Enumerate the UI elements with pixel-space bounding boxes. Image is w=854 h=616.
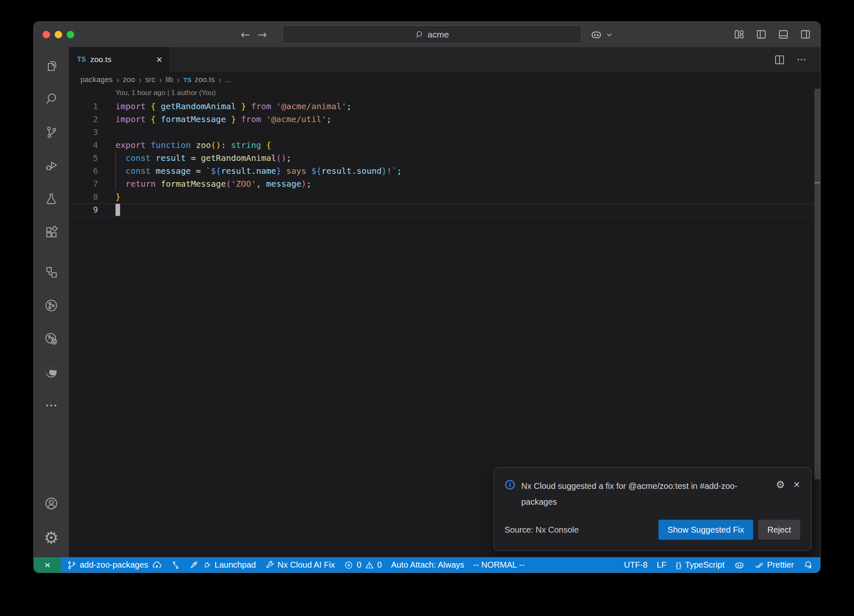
minimize-window-button[interactable] xyxy=(55,31,62,38)
breadcrumb-item[interactable]: src xyxy=(145,75,155,84)
vscode-window: ← → acme xyxy=(34,22,820,573)
tab-strip: TS zoo.ts ✕ xyxy=(69,47,820,72)
token-pun: . xyxy=(352,166,357,176)
vim-mode-indicator[interactable]: -- NORMAL -- xyxy=(469,557,529,573)
editor-more-actions-icon[interactable] xyxy=(796,54,807,65)
reject-button[interactable]: Reject xyxy=(758,520,800,540)
token-b1: { xyxy=(151,101,156,111)
run-debug-icon[interactable] xyxy=(44,158,58,173)
edge-browser-icon[interactable] xyxy=(44,365,58,379)
breadcrumb-item[interactable]: TSzoo.ts xyxy=(183,75,215,84)
token-b2: ( xyxy=(226,179,231,189)
notification-message: Nx Cloud suggested a fix for @acme/zoo:t… xyxy=(521,478,767,510)
nx-projects-icon[interactable] xyxy=(44,265,58,279)
notification-settings-icon[interactable]: ⚙ xyxy=(776,479,785,491)
toggle-panel-icon[interactable] xyxy=(778,29,789,40)
token-b1: { xyxy=(266,140,271,150)
accounts-icon[interactable] xyxy=(44,496,59,511)
token-kw: export xyxy=(116,140,146,150)
token-pun xyxy=(261,114,266,124)
code-text: } xyxy=(98,190,121,203)
token-pun: , xyxy=(256,179,266,189)
tab-close-icon[interactable]: ✕ xyxy=(156,55,163,65)
nx-cloud-icon[interactable] xyxy=(44,332,58,346)
code-line[interactable]: 7 return formatMessage('ZOO', message); xyxy=(69,178,820,190)
customize-layout-icon[interactable] xyxy=(733,29,745,40)
token-pun: ; xyxy=(397,166,402,176)
line-number: 4 xyxy=(69,139,98,152)
notification-close-icon[interactable]: ✕ xyxy=(793,479,800,491)
token-b1: } xyxy=(231,114,236,124)
problems-indicator[interactable]: 0 0 xyxy=(339,557,386,573)
back-arrow-icon[interactable]: ← xyxy=(241,29,250,40)
warning-count: 0 xyxy=(377,560,382,570)
token-pun: ; xyxy=(327,114,332,124)
explorer-icon[interactable] xyxy=(44,58,58,73)
check-all-icon xyxy=(754,560,764,570)
close-window-button[interactable] xyxy=(43,31,50,38)
breadcrumb-item[interactable]: ... xyxy=(225,75,231,84)
code-editor[interactable]: You, 1 hour ago | 1 author (You) 1import… xyxy=(69,87,820,557)
token-b1: () xyxy=(211,140,221,150)
breadcrumb-item[interactable]: lib xyxy=(166,75,173,84)
show-suggested-fix-button[interactable]: Show Suggested Fix xyxy=(658,520,753,540)
eol-indicator[interactable]: LF xyxy=(652,557,671,573)
vertical-scrollbar[interactable] xyxy=(814,89,820,479)
testing-icon[interactable] xyxy=(44,192,58,206)
token-str: '@acme/util' xyxy=(266,114,327,124)
token-str: '@acme/animal' xyxy=(276,101,347,111)
token-fn: zoo xyxy=(196,140,211,150)
code-text: return formatMessage('ZOO', message); xyxy=(98,178,311,190)
nx-cloud-ai-fix-indicator[interactable]: Nx Cloud AI Fix xyxy=(261,557,340,573)
token-tpl: } xyxy=(276,166,281,176)
token-var: result xyxy=(156,153,186,163)
extensions-icon[interactable] xyxy=(44,225,58,239)
launchpad-indicator[interactable]: Launchpad xyxy=(185,557,261,573)
line-number: 1 xyxy=(69,100,98,113)
chevron-down-icon[interactable] xyxy=(606,31,613,38)
code-line[interactable]: 4export function zoo(): string { xyxy=(69,139,820,152)
forward-arrow-icon[interactable]: → xyxy=(258,29,267,40)
search-sidebar-icon[interactable] xyxy=(44,92,58,106)
git-graph-indicator[interactable] xyxy=(166,557,185,573)
branch-indicator[interactable]: add-zoo-packages xyxy=(63,557,166,573)
token-var: sound xyxy=(357,166,382,176)
nx-console-icon[interactable] xyxy=(44,298,58,313)
formatter-indicator[interactable]: Prettier xyxy=(749,557,799,573)
line-number: 2 xyxy=(69,113,98,126)
indent-guide xyxy=(116,152,116,190)
token-pun xyxy=(246,101,251,111)
tab-zoo-ts[interactable]: TS zoo.ts ✕ xyxy=(69,47,169,72)
breadcrumb-item-label: packages xyxy=(80,75,113,84)
codelens-blame[interactable]: You, 1 hour ago | 1 author (You) xyxy=(116,88,216,98)
more-views-icon[interactable] xyxy=(44,398,58,413)
notifications-bell[interactable] xyxy=(799,557,818,573)
code-line[interactable]: 9 xyxy=(69,203,820,216)
copilot-icon[interactable] xyxy=(590,28,603,41)
token-var: result xyxy=(322,166,352,176)
token-pun xyxy=(146,140,151,150)
breadcrumb-item-label: lib xyxy=(166,75,173,84)
toggle-secondary-sidebar-icon[interactable] xyxy=(800,29,811,40)
breadcrumb-item[interactable]: zoo xyxy=(123,75,135,84)
toggle-primary-sidebar-icon[interactable] xyxy=(756,29,767,40)
remote-indicator[interactable] xyxy=(34,557,61,573)
code-line[interactable]: 1import { getRandomAnimal } from '@acme/… xyxy=(69,100,820,113)
breadcrumb-item[interactable]: packages xyxy=(80,75,113,84)
branch-name: add-zoo-packages xyxy=(80,560,148,570)
code-line[interactable]: 5 const result = getRandomAnimal(); xyxy=(69,152,820,165)
copilot-status-indicator[interactable] xyxy=(729,557,749,573)
code-line[interactable]: 2import { formatMessage } from '@acme/ut… xyxy=(69,113,820,126)
encoding-indicator[interactable]: UTF-8 xyxy=(619,557,652,573)
auto-attach-indicator[interactable]: Auto Attach: Always xyxy=(387,557,469,573)
language-indicator[interactable]: {} TypeScript xyxy=(671,557,729,573)
code-line[interactable]: 8} xyxy=(69,190,820,203)
split-editor-icon[interactable] xyxy=(774,54,785,65)
token-var: formatMessage xyxy=(156,114,231,124)
code-line[interactable]: 3 xyxy=(69,126,820,139)
source-control-icon[interactable] xyxy=(44,125,58,139)
code-line[interactable]: 6 const message = `${result.name} says $… xyxy=(69,165,820,178)
zoom-window-button[interactable] xyxy=(67,31,74,38)
settings-gear-icon[interactable]: ⚙ xyxy=(44,531,59,545)
command-center-search[interactable]: acme xyxy=(282,25,582,44)
